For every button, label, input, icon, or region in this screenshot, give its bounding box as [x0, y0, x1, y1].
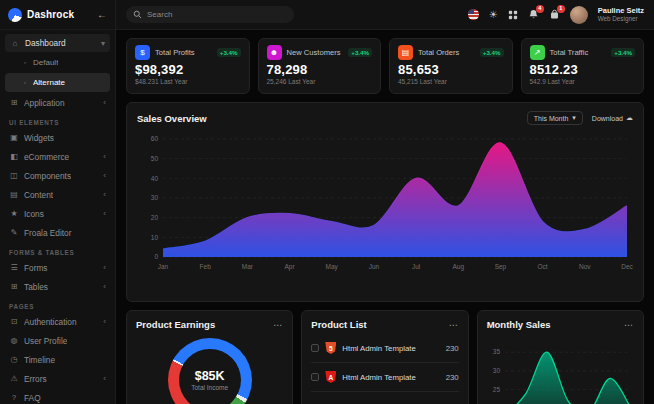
chevron-down-icon: ▾ — [572, 114, 576, 122]
sidebar-item-alternate[interactable]: ◦ Alternate — [5, 73, 110, 92]
theme-sun-icon[interactable]: ☀ — [489, 10, 498, 20]
chevron-left-icon: ‹ — [103, 98, 106, 107]
sidebar-item-errors[interactable]: ⚠ Errors ‹ — [0, 369, 115, 388]
pencil-icon: ✎ — [9, 228, 19, 237]
earnings-donut-wrap: $85K Total Income — [136, 338, 283, 404]
sidebar-item-default[interactable]: ◦ Default — [0, 53, 115, 72]
change-badge: +3.4% — [480, 48, 504, 57]
product-name[interactable]: Html Admin Template — [342, 373, 416, 382]
download-cloud-icon: ☁ — [626, 114, 633, 122]
sidebar-item-application[interactable]: ⊞ Application ‹ — [0, 93, 115, 112]
chevron-left-icon: ‹ — [103, 263, 106, 272]
cart-icon[interactable]: 1 — [549, 9, 560, 20]
sidebar-item-components[interactable]: ◫ Components ‹ — [0, 166, 115, 185]
product-list-title: Product List — [311, 319, 366, 330]
notification-badge: 4 — [536, 5, 544, 13]
stat-value: 85,653 — [398, 62, 504, 77]
donut-center: $85K Total Income — [168, 338, 252, 404]
users-icon: ☻ — [267, 45, 282, 60]
download-button[interactable]: Download ☁ — [592, 114, 633, 122]
traffic-trend-icon: ↗ — [530, 45, 545, 60]
sidebar-item-icons[interactable]: ★ Icons ‹ — [0, 204, 115, 223]
svg-text:40: 40 — [151, 175, 159, 182]
apps-grid-glyph — [508, 10, 518, 20]
stat-card-new-customers: ☻ New Customers +3.4% 78,298 25,246 Last… — [258, 38, 382, 94]
content-icon: ▤ — [9, 190, 19, 199]
sidebar-item-dashboard[interactable]: ⌂ Dashboard ▾ — [5, 34, 110, 52]
period-select-button[interactable]: This Month ▾ — [527, 111, 583, 125]
chevron-left-icon: ‹ — [103, 282, 106, 291]
change-badge: +3.4% — [217, 48, 241, 57]
stat-value: 78,298 — [267, 62, 373, 77]
stat-title: Total Traffic — [550, 48, 589, 57]
ecommerce-bag-icon: ◧ — [9, 152, 19, 161]
sidebar-nav: ⌂ Dashboard ▾ ◦ Default ◦ Alternate ⊞ Ap… — [0, 30, 115, 404]
svg-text:Dec: Dec — [621, 263, 633, 270]
apps-grid-icon[interactable] — [508, 10, 518, 20]
question-icon: ? — [9, 393, 19, 402]
svg-text:35: 35 — [492, 348, 500, 355]
monthly-sales-card: Monthly Sales ⋯ 20253035 — [477, 310, 644, 404]
bullet-icon: ◦ — [22, 59, 28, 66]
home-icon: ⌂ — [10, 39, 20, 48]
row-checkbox[interactable] — [311, 373, 319, 381]
product-name[interactable]: Html Admin Template — [342, 344, 416, 353]
apps-icon: ⊞ — [9, 98, 19, 107]
svg-text:Aug: Aug — [452, 263, 464, 271]
stat-subtext: 542.9 Last Year — [530, 78, 636, 85]
donut-total-label: Total Income — [191, 384, 228, 391]
svg-text:60: 60 — [151, 135, 159, 142]
avatar[interactable] — [570, 6, 588, 24]
card-menu-button[interactable]: ⋯ — [273, 320, 283, 330]
product-list-rows: 5 Html Admin Template 230 A Html Admin T… — [311, 334, 458, 392]
user-meta: Pauline Seitz Web Designer — [598, 6, 644, 23]
notifications-bell-icon[interactable]: 4 — [528, 9, 539, 20]
product-count: 230 — [446, 373, 459, 382]
svg-text:30: 30 — [151, 194, 159, 201]
components-icon: ◫ — [9, 171, 19, 180]
donut-total-value: $85K — [195, 369, 225, 383]
svg-text:Nov: Nov — [579, 263, 591, 270]
sidebar-item-user-profile[interactable]: ◍ User Profile — [0, 331, 115, 350]
topbar-actions: ☀ 4 1 Pauline Seitz Web Designer — [468, 6, 644, 24]
sidebar-heading-ui-elements: UI ELEMENTS — [0, 112, 115, 128]
topbar: ☀ 4 1 Pauline Seitz Web Designer — [116, 0, 654, 30]
product-list-card: Product List ⋯ 5 Html Admin Template 230… — [301, 310, 468, 404]
search-bar — [126, 6, 294, 23]
sidebar-item-authentication[interactable]: ⊡ Authentication ‹ — [0, 312, 115, 331]
sales-area-chart: 0102030405060JanFebMarAprMayJunJulAugSep… — [137, 129, 635, 281]
main-content: $ Total Profits +3.4% $98,392 $48.231 La… — [116, 30, 654, 404]
chevron-down-icon: ▾ — [101, 39, 105, 48]
sidebar-item-froala-editor[interactable]: ✎ Froala Editor — [0, 223, 115, 242]
chevron-left-icon: ‹ — [103, 171, 106, 180]
sidebar-item-ecommerce[interactable]: ◧ eCommerce ‹ — [0, 147, 115, 166]
sidebar-item-content[interactable]: ▤ Content ‹ — [0, 185, 115, 204]
chevron-left-icon: ‹ — [103, 152, 106, 161]
row-checkbox[interactable] — [311, 344, 319, 352]
star-icon: ★ — [9, 209, 19, 218]
sidebar-item-faq[interactable]: ? FAQ — [0, 388, 115, 404]
card-menu-button[interactable]: ⋯ — [624, 320, 634, 330]
angular-icon: A — [325, 371, 336, 383]
svg-text:Jan: Jan — [158, 263, 169, 270]
search-input[interactable] — [147, 10, 287, 19]
lock-icon: ⊡ — [9, 317, 19, 326]
dollar-icon: $ — [135, 45, 150, 60]
earnings-donut-chart: $85K Total Income — [168, 338, 252, 404]
language-flag-icon[interactable] — [468, 9, 479, 20]
chevron-left-icon: ‹ — [103, 209, 106, 218]
widgets-icon: ▣ — [9, 133, 19, 142]
stat-subtext: 25,246 Last Year — [267, 78, 373, 85]
sidebar-collapse-icon[interactable]: ← — [97, 9, 107, 20]
sidebar-item-widgets[interactable]: ▣ Widgets — [0, 128, 115, 147]
monthly-sales-area-chart: 20253035 — [487, 335, 635, 404]
stat-title: New Customers — [287, 48, 341, 57]
product-count: 230 — [446, 344, 459, 353]
sidebar-item-forms[interactable]: ☰ Forms ‹ — [0, 258, 115, 277]
svg-text:Mar: Mar — [242, 263, 254, 270]
card-menu-button[interactable]: ⋯ — [449, 320, 459, 330]
sidebar-item-timeline[interactable]: ◷ Timeline — [0, 350, 115, 369]
sidebar-item-tables[interactable]: ⊞ Tables ‹ — [0, 277, 115, 296]
stat-title: Total Profits — [155, 48, 195, 57]
dashboard-screen: Dashrock ← ⌂ Dashboard ▾ ◦ Default ◦ Alt… — [0, 0, 654, 404]
